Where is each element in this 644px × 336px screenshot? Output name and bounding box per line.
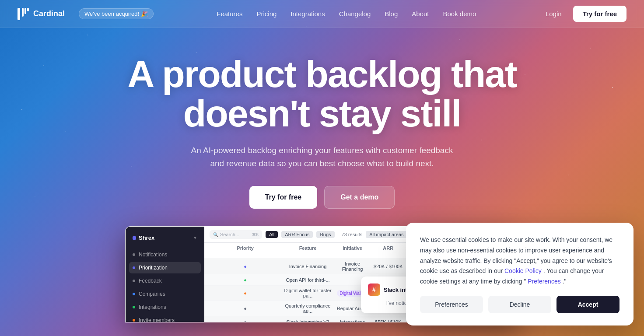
sidebar-dot-integrations	[133, 306, 135, 308]
filter-impact[interactable]: All impact areas	[366, 231, 407, 238]
sidebar-item-notifications[interactable]: Notifications	[129, 249, 201, 260]
cookie-text: We use essential cookies to make our sit…	[420, 235, 620, 287]
hero-subtitle: An AI-powered backlog enriching your fea…	[191, 144, 453, 171]
accept-button[interactable]: Accept	[556, 296, 620, 313]
cookie-consent-dialog: We use essential cookies to make our sit…	[406, 223, 634, 326]
dashboard-search[interactable]: 🔍 Search... ⌘K	[210, 230, 262, 239]
slack-icon: #	[368, 284, 380, 296]
sidebar-dot-notifications	[133, 253, 135, 256]
sidebar-dot-invite	[133, 319, 135, 322]
search-icon: 🔍	[213, 232, 218, 237]
hero-cta-group: Try for free Get a demo	[249, 186, 395, 209]
nav-features[interactable]: Features	[210, 7, 248, 21]
cookie-buttons: Preferences Decline Accept	[420, 296, 620, 313]
filter-bugs[interactable]: Bugs	[316, 231, 334, 238]
nav-links: Features Pricing Integrations Changelog …	[210, 7, 482, 21]
sidebar-dot-prioritization	[133, 266, 135, 269]
sidebar-item-invite[interactable]: Invite members	[129, 315, 201, 322]
logo[interactable]: Cardinal	[18, 8, 65, 20]
dashboard-sidebar: Shrex ▼ Notifications Prioritization Fee…	[126, 227, 204, 322]
sidebar-logo-icon	[133, 236, 136, 240]
svg-rect-1	[22, 8, 24, 17]
results-count: 73 results	[342, 232, 363, 237]
svg-rect-2	[24, 8, 26, 14]
filter-all[interactable]: All	[266, 231, 278, 238]
sidebar-header: Shrex ▼	[129, 232, 201, 244]
preferences-button[interactable]: Preferences	[420, 296, 483, 313]
sidebar-dot-feedback	[133, 280, 135, 282]
nav-try-free-button[interactable]: Try for free	[573, 6, 626, 22]
hero-demo-button[interactable]: Get a demo	[324, 186, 395, 209]
filter-arr-focus[interactable]: ARR Focus	[281, 231, 313, 238]
navbar: Cardinal We've been acquired! 🎉 Features…	[0, 0, 644, 28]
sidebar-item-prioritization[interactable]: Prioritization	[129, 262, 201, 273]
nav-about[interactable]: About	[406, 7, 435, 21]
preferences-link-inline[interactable]: Preferences	[528, 278, 560, 285]
login-button[interactable]: Login	[539, 7, 568, 21]
sidebar-item-integrations[interactable]: Integrations	[129, 301, 201, 313]
sidebar-dot-companies	[133, 293, 135, 295]
nav-integrations[interactable]: Integrations	[284, 7, 331, 21]
nav-left: Cardinal We've been acquired! 🎉	[18, 8, 154, 20]
hero-try-free-button[interactable]: Try for free	[249, 186, 318, 209]
sidebar-item-companies[interactable]: Companies	[129, 288, 201, 300]
cookie-policy-link[interactable]: Cookie Policy	[504, 267, 542, 274]
nav-changelog[interactable]: Changelog	[333, 7, 377, 21]
svg-rect-0	[18, 8, 20, 20]
nav-right: Login Try for free	[539, 6, 626, 22]
sidebar-item-feedback[interactable]: Feedback	[129, 275, 201, 287]
logo-icon	[18, 8, 30, 20]
logo-text: Cardinal	[33, 9, 65, 18]
nav-pricing[interactable]: Pricing	[250, 7, 283, 21]
hero-title: A product backlog that doesn't stay stil…	[127, 54, 516, 133]
nav-blog[interactable]: Blog	[378, 7, 404, 21]
nav-book-demo[interactable]: Book demo	[437, 7, 483, 21]
decline-button[interactable]: Decline	[488, 296, 551, 313]
acquisition-badge[interactable]: We've been acquired! 🎉	[79, 8, 154, 19]
svg-rect-3	[27, 8, 29, 11]
